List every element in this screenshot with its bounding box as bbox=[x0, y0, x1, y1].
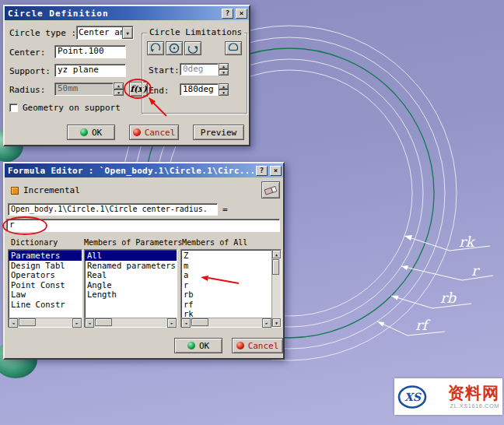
help-icon[interactable]: ? bbox=[222, 9, 233, 19]
cancel-button-label: Cancel bbox=[145, 128, 176, 138]
radius-spin-down-icon[interactable]: ▼ bbox=[114, 90, 124, 97]
dictionary-header: Dictionary bbox=[11, 238, 58, 247]
ok-ball-icon bbox=[187, 342, 195, 349]
ok-button-label: OK bbox=[199, 341, 209, 351]
limitation-whole-circle-button[interactable] bbox=[166, 41, 183, 55]
close-icon[interactable]: × bbox=[270, 166, 282, 176]
ok-button[interactable]: OK bbox=[67, 125, 115, 140]
start-spin-down-icon[interactable]: ▼ bbox=[219, 69, 229, 76]
center-label: Center: bbox=[9, 47, 45, 58]
scroll-up-icon[interactable]: ▲ bbox=[272, 250, 281, 258]
circle-type-combo[interactable]: Center and ▼ bbox=[76, 26, 134, 40]
list-item[interactable]: All bbox=[85, 251, 177, 261]
scroll-right-icon[interactable]: ► bbox=[262, 318, 271, 328]
list-item[interactable]: Renamed parameters bbox=[85, 261, 177, 271]
cancel-ball-icon bbox=[236, 342, 244, 349]
close-icon[interactable]: × bbox=[236, 9, 247, 19]
circle-limitations-groupbox: Circle Limitations Start: 0deg ▲ ▼ bbox=[142, 33, 247, 114]
scroll-left-icon[interactable]: ◄ bbox=[9, 318, 18, 328]
list-item[interactable]: Law bbox=[9, 290, 82, 300]
list-item[interactable]: rf bbox=[181, 300, 271, 310]
radius-spin-up-icon[interactable]: ▲ bbox=[114, 83, 124, 90]
chevron-down-icon[interactable]: ▼ bbox=[122, 26, 133, 39]
end-spin-down-icon[interactable]: ▼ bbox=[219, 90, 229, 96]
limitation-trimmed-arc-button[interactable] bbox=[225, 41, 242, 55]
scroll-left-icon[interactable]: ◄ bbox=[85, 318, 94, 328]
list-item[interactable]: Length bbox=[85, 290, 177, 300]
incremental-checkbox[interactable] bbox=[11, 187, 19, 195]
erase-formula-button[interactable] bbox=[261, 181, 280, 198]
support-label: Support: bbox=[9, 66, 51, 76]
scroll-left-icon[interactable]: ◄ bbox=[181, 318, 191, 328]
list-item[interactable]: rb bbox=[181, 290, 271, 300]
support-field[interactable]: yz plane bbox=[54, 64, 126, 77]
list-item[interactable]: r bbox=[181, 280, 271, 290]
vertical-scrollbar[interactable]: ▲ ▼ bbox=[271, 250, 281, 327]
scrollbar-thumb[interactable] bbox=[272, 259, 279, 275]
radius-label-r: r bbox=[471, 262, 480, 279]
horizontal-scrollbar[interactable]: ◄ ► bbox=[9, 318, 82, 327]
cancel-button[interactable]: Cancel bbox=[232, 338, 283, 353]
scroll-right-icon[interactable]: ► bbox=[167, 318, 177, 328]
list-item[interactable]: Z bbox=[181, 251, 271, 261]
ok-button[interactable]: OK bbox=[174, 338, 222, 353]
scroll-right-icon[interactable]: ► bbox=[72, 318, 82, 328]
leader-arrowhead-r bbox=[401, 265, 408, 270]
trimmed-arc-icon bbox=[227, 42, 240, 54]
members-of-all-list[interactable]: Z m a r rb rf rk ◄ ► ▲ bbox=[180, 249, 282, 328]
list-item[interactable]: Design Tabl bbox=[9, 261, 82, 271]
scrollbar-thumb[interactable] bbox=[95, 318, 112, 326]
geometry-on-support-checkbox[interactable] bbox=[9, 104, 18, 112]
center-field[interactable]: Point.100 bbox=[54, 45, 126, 58]
list-item[interactable]: Point Const bbox=[9, 280, 82, 290]
scrollbar-thumb[interactable] bbox=[19, 318, 36, 326]
xs-logo-icon: XS bbox=[397, 384, 429, 410]
circle-dialog-titlebar[interactable]: Circle Definition ? × bbox=[5, 6, 249, 20]
list-item[interactable]: a bbox=[181, 270, 271, 280]
members-of-parameters-list[interactable]: All Renamed parameters Real Angle Length… bbox=[84, 249, 177, 328]
start-field[interactable]: 0deg bbox=[180, 63, 219, 76]
preview-button[interactable]: Preview bbox=[193, 125, 244, 140]
leader-arrowhead-rf bbox=[377, 321, 384, 327]
start-spin-up-icon[interactable]: ▲ bbox=[219, 63, 229, 69]
horizontal-scrollbar[interactable]: ◄ ► bbox=[85, 318, 177, 327]
dictionary-list[interactable]: Parameters Design Tabl Operators Point C… bbox=[8, 249, 82, 328]
cancel-button[interactable]: Cancel bbox=[129, 125, 179, 140]
watermark-brand-text: 资料网 bbox=[448, 384, 499, 402]
list-item[interactable]: rk bbox=[181, 309, 271, 318]
members-of-parameters-header: Members of Parameters bbox=[84, 238, 182, 247]
help-icon[interactable]: ? bbox=[256, 166, 268, 176]
formula-dialog-titlebar[interactable]: Formula Editor : `Open_body.1\Circle.1\C… bbox=[5, 163, 283, 177]
list-item[interactable]: Line Constr bbox=[9, 300, 82, 310]
list-item[interactable]: m bbox=[181, 261, 271, 271]
radius-field[interactable]: 50mm bbox=[54, 83, 114, 96]
list-item[interactable]: Real bbox=[85, 270, 177, 280]
leader-arrowhead-rb bbox=[391, 296, 399, 300]
limitation-arc-ccw-button[interactable] bbox=[147, 41, 164, 55]
svg-text:XS: XS bbox=[404, 391, 422, 403]
geometry-on-support-label: Geometry on support bbox=[23, 103, 121, 113]
incremental-label: Incremental bbox=[23, 185, 80, 195]
cancel-ball-icon bbox=[133, 128, 141, 136]
limitation-arc-cw-button[interactable] bbox=[184, 41, 201, 55]
end-field[interactable]: 180deg bbox=[180, 83, 219, 96]
preview-button-label: Preview bbox=[201, 128, 236, 138]
horizontal-scrollbar[interactable]: ◄ ► bbox=[181, 318, 271, 327]
scroll-down-icon[interactable]: ▼ bbox=[272, 318, 281, 327]
formula-input[interactable]: r bbox=[6, 219, 280, 232]
ok-button-label: OK bbox=[92, 128, 102, 138]
list-item[interactable]: Angle bbox=[85, 280, 177, 290]
equals-sign: = bbox=[222, 205, 228, 215]
list-item[interactable]: Operators bbox=[9, 270, 82, 280]
whole-circle-icon bbox=[168, 42, 180, 54]
eraser-icon bbox=[264, 184, 278, 195]
members-of-all-header: Members of All bbox=[182, 238, 247, 247]
list-item[interactable]: Parameters bbox=[9, 251, 82, 261]
circle-definition-dialog: Circle Definition ? × Circle type : Cent… bbox=[3, 5, 250, 146]
end-spin-up-icon[interactable]: ▲ bbox=[219, 83, 229, 90]
scrollbar-thumb[interactable] bbox=[191, 318, 208, 326]
radius-label-rb: rb bbox=[440, 290, 457, 306]
circle-dialog-title: Circle Definition bbox=[8, 9, 219, 19]
formula-editor-dialog: Formula Editor : `Open_body.1\Circle.1\C… bbox=[3, 162, 285, 360]
radius-label: Radius: bbox=[9, 85, 45, 95]
